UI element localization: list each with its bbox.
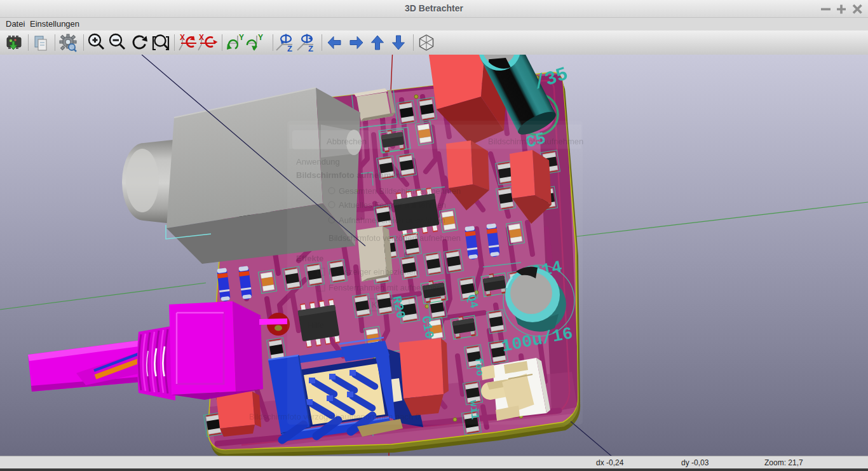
svg-text:Z: Z: [287, 44, 292, 53]
svg-text:X: X: [199, 33, 204, 42]
svg-text:Anwendung: Anwendung: [296, 157, 340, 167]
svg-text:Fensterrahmen mit aufnehmen: Fensterrahmen mit aufnehmen: [329, 283, 442, 292]
svg-text:Bildschirmfoto verzögert aufge: Bildschirmfoto verzögert aufgenommen nac…: [249, 412, 420, 421]
svg-text:Z: Z: [308, 44, 313, 53]
svg-text:Y: Y: [258, 33, 263, 42]
svg-text:Keiner: Keiner: [372, 300, 396, 310]
svg-text:Bildschirmfoto aufnehmen: Bildschirmfoto aufnehmen: [296, 170, 401, 180]
svg-text:Hilfe: Hilfe: [308, 320, 324, 330]
svg-text:Mauszeiger einbeziehen: Mauszeiger einbeziehen: [329, 267, 418, 276]
svg-text:Bildschirmfoto verzögert aufne: Bildschirmfoto verzögert aufnehmen: [329, 233, 461, 243]
svg-text:Abbrechen: Abbrechen: [327, 137, 367, 146]
svg-text:Effekte: Effekte: [296, 254, 323, 263]
svg-text:Aktuelles Fenster aufnehmen: Aktuelles Fenster aufnehmen: [339, 200, 446, 210]
svg-text:Aufnahmebereich auswählen: Aufnahmebereich auswählen: [339, 215, 445, 225]
svg-text:Gesamten Bildschirm aufnehmen: Gesamten Bildschirm aufnehmen: [339, 186, 461, 196]
svg-text:Y: Y: [239, 33, 244, 42]
svg-text:X: X: [180, 33, 185, 42]
svg-text:n:: n:: [356, 300, 363, 310]
svg-text:Bildschirmfoto aufnehmen: Bildschirmfoto aufnehmen: [488, 137, 583, 146]
